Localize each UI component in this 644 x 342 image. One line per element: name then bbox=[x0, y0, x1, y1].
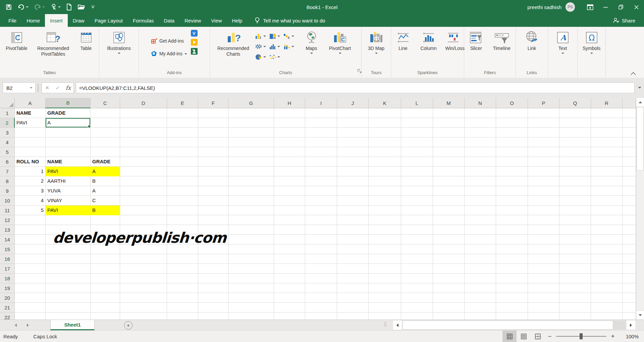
cell-H18[interactable] bbox=[274, 274, 305, 283]
cell-P16[interactable] bbox=[528, 254, 559, 264]
ribbon-display-options-icon[interactable] bbox=[582, 0, 598, 14]
cell-N12[interactable] bbox=[465, 215, 496, 225]
cell-H1[interactable] bbox=[274, 108, 305, 118]
cell-C10[interactable]: C bbox=[91, 196, 120, 206]
cell-I17[interactable] bbox=[305, 264, 337, 274]
cell-A2[interactable]: PAVI bbox=[15, 118, 46, 128]
cell-N6[interactable] bbox=[465, 157, 496, 167]
cell-E9[interactable] bbox=[167, 186, 198, 196]
recommended-pivottables-button[interactable]: ? Recommended PivotTables bbox=[33, 29, 74, 57]
sheet-nav-right-icon[interactable] bbox=[27, 324, 29, 327]
cell-N7[interactable] bbox=[465, 167, 496, 176]
cell-N17[interactable] bbox=[465, 264, 496, 274]
cell-D15[interactable] bbox=[120, 244, 167, 254]
cell-H4[interactable] bbox=[274, 137, 305, 147]
cell-P12[interactable] bbox=[528, 215, 559, 225]
cell-O15[interactable] bbox=[496, 244, 528, 254]
cell-J1[interactable] bbox=[337, 108, 369, 118]
cell-B2[interactable]: A bbox=[46, 118, 91, 128]
cell-K21[interactable] bbox=[369, 303, 401, 312]
cell-G12[interactable] bbox=[228, 215, 274, 225]
view-page-break-button[interactable] bbox=[531, 331, 545, 342]
cell-M21[interactable] bbox=[433, 303, 465, 312]
cell-K12[interactable] bbox=[369, 215, 401, 225]
cell-L3[interactable] bbox=[401, 128, 433, 137]
enter-button[interactable]: ✓ bbox=[52, 83, 63, 93]
cell-N10[interactable] bbox=[465, 196, 496, 206]
cell-P11[interactable] bbox=[528, 206, 559, 215]
cell-M19[interactable] bbox=[433, 283, 465, 293]
cell-H6[interactable] bbox=[274, 157, 305, 167]
cell-I11[interactable] bbox=[305, 206, 337, 215]
customize-qat-icon[interactable] bbox=[91, 5, 95, 9]
sheet-nav-left-icon[interactable] bbox=[15, 324, 17, 327]
column-header-Q[interactable]: Q bbox=[559, 98, 591, 108]
expand-formula-bar-icon[interactable] bbox=[638, 87, 641, 89]
cell-G9[interactable] bbox=[228, 186, 274, 196]
cell-M20[interactable] bbox=[433, 293, 465, 303]
cell-O14[interactable] bbox=[496, 235, 528, 244]
cell-I10[interactable] bbox=[305, 196, 337, 206]
cell-D8[interactable] bbox=[120, 176, 167, 186]
cell-R14[interactable] bbox=[591, 235, 623, 244]
cell-M18[interactable] bbox=[433, 274, 465, 283]
cell-F9[interactable] bbox=[198, 186, 228, 196]
cell-H14[interactable] bbox=[274, 235, 305, 244]
cell-L22[interactable] bbox=[401, 312, 433, 320]
cell-D4[interactable] bbox=[120, 137, 167, 147]
cell-D9[interactable] bbox=[120, 186, 167, 196]
cell-O19[interactable] bbox=[496, 283, 528, 293]
cell-M10[interactable] bbox=[433, 196, 465, 206]
save-icon[interactable] bbox=[5, 4, 12, 10]
my-addins-button[interactable]: My Add-ins bbox=[151, 49, 187, 59]
cell-I5[interactable] bbox=[305, 147, 337, 157]
row-header-10[interactable]: 10 bbox=[0, 196, 15, 206]
column-header-F[interactable]: F bbox=[198, 98, 228, 108]
collapse-ribbon-icon[interactable] bbox=[631, 72, 636, 75]
row-header-4[interactable]: 4 bbox=[0, 137, 15, 147]
cell-A20[interactable] bbox=[15, 293, 46, 303]
get-addins-button[interactable]: Get Add-ins bbox=[151, 36, 187, 46]
cell-L13[interactable] bbox=[401, 225, 433, 235]
cell-K5[interactable] bbox=[369, 147, 401, 157]
cell-A6[interactable]: ROLL NO bbox=[15, 157, 46, 167]
cell-Q18[interactable] bbox=[559, 274, 591, 283]
cell-D21[interactable] bbox=[120, 303, 167, 312]
cell-O7[interactable] bbox=[496, 167, 528, 176]
cell-Q17[interactable] bbox=[559, 264, 591, 274]
insert-statistic-chart-button[interactable] bbox=[269, 41, 283, 52]
cell-K6[interactable] bbox=[369, 157, 401, 167]
cell-F14[interactable] bbox=[198, 235, 228, 244]
cell-J4[interactable] bbox=[337, 137, 369, 147]
cell-C9[interactable]: A bbox=[91, 186, 120, 196]
cell-D5[interactable] bbox=[120, 147, 167, 157]
cell-M1[interactable] bbox=[433, 108, 465, 118]
cell-D14[interactable] bbox=[120, 235, 167, 244]
cell-J19[interactable] bbox=[337, 283, 369, 293]
cell-L20[interactable] bbox=[401, 293, 433, 303]
cell-R9[interactable] bbox=[591, 186, 623, 196]
row-header-22[interactable]: 22 bbox=[0, 312, 15, 320]
cell-Q19[interactable] bbox=[559, 283, 591, 293]
row-header-6[interactable]: 6 bbox=[0, 157, 15, 167]
cell-A10[interactable]: 4 bbox=[15, 196, 46, 206]
cell-F5[interactable] bbox=[198, 147, 228, 157]
cell-M22[interactable] bbox=[433, 312, 465, 320]
cell-H7[interactable] bbox=[274, 167, 305, 176]
vertical-scrollbar-thumb[interactable] bbox=[637, 107, 644, 171]
cell-R8[interactable] bbox=[591, 176, 623, 186]
cell-M8[interactable] bbox=[433, 176, 465, 186]
cell-F6[interactable] bbox=[198, 157, 228, 167]
undo-button[interactable] bbox=[17, 4, 29, 10]
open-folder-icon[interactable] bbox=[77, 4, 86, 10]
cell-P15[interactable] bbox=[528, 244, 559, 254]
cell-B6[interactable]: NAME bbox=[46, 157, 91, 167]
cell-G21[interactable] bbox=[228, 303, 274, 312]
cell-H8[interactable] bbox=[274, 176, 305, 186]
cell-N8[interactable] bbox=[465, 176, 496, 186]
cell-B3[interactable] bbox=[46, 128, 91, 137]
cell-I13[interactable] bbox=[305, 225, 337, 235]
scroll-down-icon[interactable] bbox=[636, 310, 644, 320]
zoom-slider-handle[interactable] bbox=[580, 333, 583, 339]
cell-E15[interactable] bbox=[167, 244, 198, 254]
